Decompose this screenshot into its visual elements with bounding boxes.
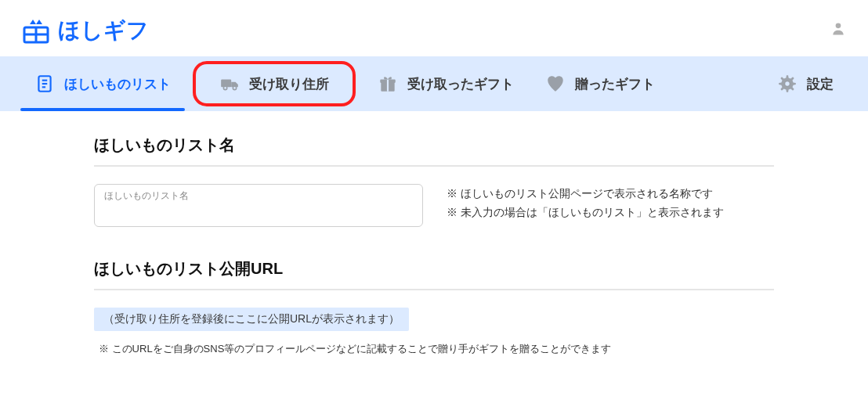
tab-settings[interactable]: 設定 (761, 56, 849, 111)
listname-input[interactable]: ほしいものリスト名 (94, 184, 423, 227)
header: ほしギフ (0, 0, 868, 56)
svg-point-9 (223, 86, 226, 89)
tab-address-label: 受け取り住所 (249, 75, 329, 93)
public-url-placeholder: （受け取り住所を登録後にここに公開URLが表示されます） (94, 308, 409, 331)
listname-note-1: ※ ほしいものリスト公開ページで表示される名称です (447, 187, 724, 201)
tab-received-label: 受け取ったギフト (407, 75, 514, 93)
main-content: ほしいものリスト名 ほしいものリスト名 ※ ほしいものリスト公開ページで表示され… (0, 111, 868, 380)
gift-icon (378, 74, 398, 94)
section-title-url: ほしいものリスト公開URL (94, 258, 774, 279)
heart-icon (545, 74, 566, 94)
svg-point-3 (836, 23, 841, 29)
tab-wishlist[interactable]: ほしいものリスト (19, 56, 186, 111)
tab-sent-label: 贈ったギフト (575, 75, 655, 93)
brand-name: ほしギフ (58, 16, 149, 45)
divider (94, 165, 774, 167)
tab-received[interactable]: 受け取ったギフト (362, 56, 530, 111)
tab-sent[interactable]: 贈ったギフト (530, 56, 671, 111)
tab-settings-label: 設定 (807, 75, 834, 93)
svg-point-14 (785, 81, 789, 85)
logo[interactable]: ほしギフ (22, 16, 149, 45)
divider (94, 289, 774, 290)
tab-wishlist-label: ほしいものリスト (64, 75, 171, 93)
tab-bar: ほしいものリスト 受け取り住所 受け取ったギフト 贈ったギフト (0, 56, 868, 111)
gear-icon (777, 74, 797, 94)
gift-logo-icon (22, 16, 50, 45)
listname-placeholder: ほしいものリスト名 (104, 190, 189, 201)
section-title-listname: ほしいものリスト名 (94, 135, 774, 156)
list-icon (34, 74, 55, 94)
tab-address[interactable]: 受け取り住所 (193, 61, 356, 106)
listname-note-2: ※ 未入力の場合は「ほしいものリスト」と表示されます (447, 206, 724, 220)
svg-point-10 (233, 86, 236, 89)
user-menu[interactable] (830, 21, 846, 40)
listname-notes: ※ ほしいものリスト公開ページで表示される名称です ※ 未入力の場合は「ほしいも… (447, 184, 724, 227)
listname-row: ほしいものリスト名 ※ ほしいものリスト公開ページで表示される名称です ※ 未入… (94, 184, 774, 227)
public-url-note: ※ このURLをご自身のSNS等のプロフィールページなどに記載することで贈り手が… (94, 342, 774, 356)
truck-icon (219, 74, 240, 94)
avatar-icon (830, 21, 846, 37)
